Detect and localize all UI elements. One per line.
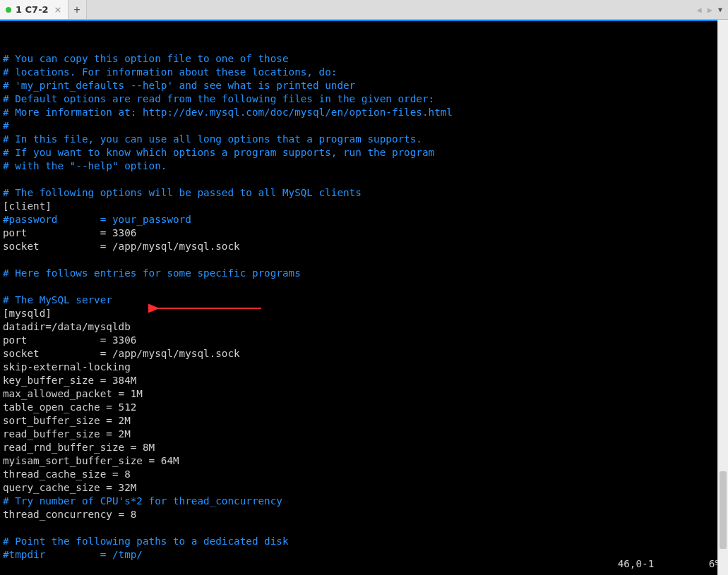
editor-line: port = 3306 (3, 334, 725, 347)
editor-line: # The MySQL server (3, 293, 725, 307)
terminal-viewport[interactable]: # You can copy this option file to one o… (0, 20, 728, 575)
editor-line: # with the "--help" option. (3, 159, 725, 173)
editor-line: # You can copy this option file to one o… (3, 52, 725, 66)
editor-line (3, 173, 725, 186)
editor-line: #tmpdir = /tmp/ (3, 548, 725, 562)
editor-line: read_rnd_buffer_size = 8M (3, 441, 725, 454)
editor-line: # locations. For information about these… (3, 66, 725, 79)
editor-line: query_cache_size = 32M (3, 481, 725, 495)
plus-icon: + (74, 4, 80, 16)
editor-line: #password = your_password (3, 213, 725, 226)
editor-line (3, 521, 725, 535)
editor-line: thread_cache_size = 8 (3, 468, 725, 481)
editor-line: datadir=/data/mysqldb (3, 320, 725, 334)
close-icon[interactable]: × (54, 4, 62, 15)
editor-line: # 'my_print_defaults --help' and see wha… (3, 79, 725, 92)
editor-line: # (3, 119, 725, 133)
vim-status-line: 46,0-1 6% (618, 557, 721, 571)
tab-status-dot-icon (6, 7, 11, 13)
editor-line: # If you want to know which options a pr… (3, 146, 725, 159)
editor-line: thread_concurrency = 8 (3, 508, 725, 521)
editor-line: # Point the following paths to a dedicat… (3, 535, 725, 548)
scrollbar-thumb[interactable] (720, 471, 727, 549)
editor-line: [client] (3, 200, 725, 213)
editor-line: max_allowed_packet = 1M (3, 387, 725, 401)
add-tab-button[interactable]: + (68, 0, 87, 19)
editor-line (3, 253, 725, 267)
editor-line: # Default options are read from the foll… (3, 92, 725, 106)
tab-session-1[interactable]: 1 C7-2 × (0, 0, 68, 19)
editor-line: port = 3306 (3, 226, 725, 240)
editor-line: # Here follows entries for some specific… (3, 267, 725, 280)
editor-line: key_buffer_size = 384M (3, 374, 725, 387)
editor-line: # More information at: http://dev.mysql.… (3, 106, 725, 119)
nav-prev-icon[interactable]: ◀ (696, 5, 703, 15)
editor-line: myisam_sort_buffer_size = 64M (3, 454, 725, 468)
editor-line: # The following options will be passed t… (3, 186, 725, 200)
tab-title: 1 C7-2 (16, 4, 49, 15)
tab-bar: 1 C7-2 × + ◀ ▶ ▼ (0, 0, 728, 20)
scrollbar[interactable] (717, 20, 728, 575)
editor-line (3, 280, 725, 293)
editor-line: sort_buffer_size = 2M (3, 414, 725, 428)
nav-next-icon[interactable]: ▶ (706, 5, 714, 15)
tab-nav: ◀ ▶ ▼ (696, 0, 729, 19)
editor-line: socket = /app/mysql/mysql.sock (3, 347, 725, 361)
tab-menu-icon[interactable]: ▼ (717, 6, 724, 13)
editor-content: # You can copy this option file to one o… (3, 52, 725, 562)
editor-line: [mysqld] (3, 307, 725, 320)
editor-line: read_buffer_size = 2M (3, 428, 725, 441)
editor-line: # Try number of CPU's*2 for thread_concu… (3, 495, 725, 508)
editor-line: socket = /app/mysql/mysql.sock (3, 240, 725, 253)
editor-line: table_open_cache = 512 (3, 401, 725, 414)
editor-line: skip-external-locking (3, 361, 725, 374)
cursor-position: 46,0-1 (618, 558, 655, 569)
editor-line: # In this file, you can use all long opt… (3, 133, 725, 146)
